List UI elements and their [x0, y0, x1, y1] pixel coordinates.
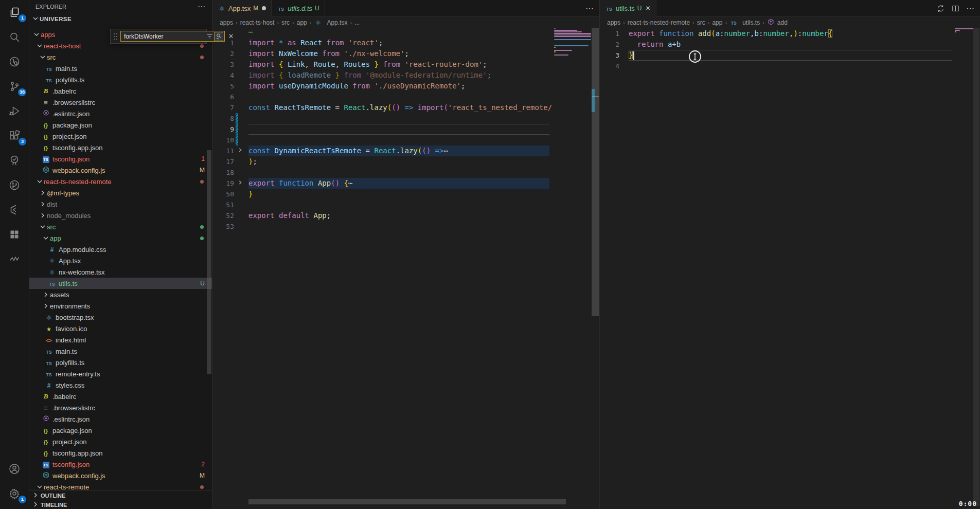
code-line-3[interactable]: 3import { Link, Route, Routes } from 're…: [212, 59, 599, 70]
code-line-17[interactable]: 17);: [212, 156, 599, 167]
tree-item-index-html[interactable]: <>index.html: [29, 334, 212, 346]
nx-console-activity-button[interactable]: [0, 197, 29, 222]
tab-utils-ts[interactable]: TSutils.tsU✕: [600, 0, 656, 17]
sidebar-scrollbar[interactable]: [207, 150, 211, 374]
fold-chevron-icon[interactable]: [234, 178, 246, 189]
code-line-7[interactable]: 7const ReactTsRemote = React.lazy(() => …: [212, 102, 599, 113]
tree-item-app[interactable]: app: [29, 232, 212, 244]
code-line-1[interactable]: 1export function add(a:number,b:number,)…: [600, 28, 980, 39]
vertical-scrollbar[interactable]: [973, 28, 979, 506]
tree-item-package-json[interactable]: {}package.json: [29, 119, 212, 131]
code-line-5[interactable]: 5import useDynamicModule from './useDyna…: [212, 81, 599, 92]
code-line-4[interactable]: 4import { loadRemote } from '@module-fed…: [212, 70, 599, 81]
drag-handle-icon[interactable]: [114, 33, 118, 40]
horizontal-scrollbar[interactable]: [248, 499, 566, 504]
tree-item-app-tsx[interactable]: ⚛App.tsx: [29, 255, 212, 266]
tree-item-polyfills-ts[interactable]: TSpolyfills.ts: [29, 74, 212, 85]
tab-app-tsx[interactable]: ⚛App.tsxM: [212, 0, 272, 17]
breadcrumb-item-src[interactable]: src: [697, 19, 705, 26]
account-activity-button[interactable]: [0, 457, 29, 481]
tree-item-src[interactable]: src: [29, 51, 212, 63]
tree-item-project-json[interactable]: {}project.json: [29, 131, 212, 142]
tree-item-project-json[interactable]: {}project.json: [29, 436, 212, 447]
code-line-19[interactable]: 19export function App() {⋯: [212, 178, 599, 189]
code-editor-utils-ts[interactable]: 1export function add(a:number,b:number,)…: [600, 28, 980, 71]
filter-input[interactable]: [123, 32, 205, 41]
tree-item-polyfills-ts[interactable]: TSpolyfills.ts: [29, 357, 212, 368]
code-editor-app-tsx[interactable]: ⋯1import * as React from 'react';2import…: [212, 27, 599, 232]
code-line-10[interactable]: 10: [212, 135, 599, 146]
extensions-activity-button[interactable]: 3: [0, 123, 29, 148]
tab-utils-d-ts[interactable]: TSutils.d.tsU: [272, 0, 325, 16]
breadcrumb-item-apps[interactable]: apps: [607, 19, 620, 26]
tree-item-node-modules[interactable]: node_modules: [29, 210, 212, 221]
breadcrumb-item-utils-ts[interactable]: TSutils.ts: [729, 19, 760, 26]
source-control-activity-button[interactable]: 38: [0, 74, 29, 99]
code-line-51[interactable]: 51: [212, 199, 599, 210]
tree-item--babelrc[interactable]: B.babelrc: [29, 85, 212, 97]
tree-item-main-ts[interactable]: TSmain.ts: [29, 63, 212, 74]
todo-tree-activity-button[interactable]: [0, 148, 29, 173]
tree-item-bootstrap-tsx[interactable]: ⚛bootstrap.tsx: [29, 312, 212, 323]
tree-item-favicon-ico[interactable]: ★favicon.ico: [29, 323, 212, 334]
fold-chevron-icon[interactable]: [234, 146, 246, 156]
tree-item-environments[interactable]: environments: [29, 300, 212, 312]
tree-item--babelrc[interactable]: B.babelrc: [29, 391, 212, 402]
tree-item-main-ts[interactable]: TSmain.ts: [29, 346, 212, 357]
tree-item-webpack-config-js[interactable]: webpack.config.jsM: [29, 165, 212, 176]
fuzzy-search-toggle[interactable]: [214, 32, 223, 41]
code-line-2[interactable]: 2import NxWelcome from './nx-welcome';: [212, 48, 599, 59]
breadcrumb-item-app[interactable]: app: [712, 19, 722, 26]
graph-search-activity-button[interactable]: [0, 49, 29, 74]
code-line-8[interactable]: 8: [212, 113, 599, 124]
tree-item-src[interactable]: src: [29, 221, 212, 232]
breadcrumb-item-apps[interactable]: apps: [220, 19, 233, 26]
code-line-3[interactable]: 3}: [600, 50, 980, 61]
settings-activity-button[interactable]: 1: [0, 481, 29, 506]
tree-item--browserslistrc[interactable]: ≡.browserslistrc: [29, 97, 212, 108]
tree-item--eslintrc-json[interactable]: .eslintrc.json: [29, 413, 212, 425]
tree-item-tsconfig-json[interactable]: TStsconfig.json1: [29, 153, 212, 165]
code-line-6[interactable]: 6: [212, 92, 599, 102]
code-line-1[interactable]: 1import * as React from 'react';: [212, 38, 599, 48]
explorer-activity-button[interactable]: 1: [0, 0, 29, 25]
breadcrumb-item--[interactable]: ...: [354, 19, 360, 26]
minimap[interactable]: [954, 28, 974, 59]
tree-item-package-json[interactable]: {}package.json: [29, 425, 212, 436]
code-line-52[interactable]: 52export default App;: [212, 210, 599, 221]
tree-item-styles-css[interactable]: #styles.css: [29, 379, 212, 391]
sidebar-more-button[interactable]: ⋯: [198, 2, 206, 11]
code-line-4[interactable]: 4: [600, 61, 980, 71]
breadcrumb-item-react-ts-nested-remote[interactable]: react-ts-nested-remote: [628, 19, 690, 26]
tree-item--mf-types[interactable]: @mf-types: [29, 187, 212, 198]
tree-item-app-module-css[interactable]: #App.module.css: [29, 244, 212, 255]
breadcrumb-item-src[interactable]: src: [281, 19, 290, 26]
run-debug-activity-button[interactable]: [0, 99, 29, 123]
breadcrumb-item-add[interactable]: add: [767, 19, 788, 27]
breadcrumb-item-app[interactable]: app: [297, 19, 307, 26]
workspace-root-row[interactable]: UNIVERSE: [29, 13, 212, 25]
tree-item-webpack-config-js[interactable]: webpack.config.jsM: [29, 470, 212, 481]
timeline-section-header[interactable]: TIMELINE: [29, 500, 212, 509]
tree-item-utils-ts[interactable]: TSutils.tsU: [29, 278, 212, 289]
vertical-scrollbar[interactable]: [592, 28, 599, 316]
tree-item-assets[interactable]: assets: [29, 289, 212, 300]
breadcrumb-item-app-tsx[interactable]: ⚛App.tsx: [314, 19, 347, 27]
tree-item-tsconfig-app-json[interactable]: {}tsconfig.app.json: [29, 447, 212, 459]
code-line-9[interactable]: 9: [212, 124, 599, 135]
sync-icon[interactable]: [936, 4, 945, 13]
code-line-50[interactable]: 50}: [212, 189, 599, 199]
minimap[interactable]: [553, 28, 591, 131]
code-line-2[interactable]: 2 return a+b: [600, 39, 980, 50]
tree-item--eslintrc-json[interactable]: .eslintrc.json: [29, 108, 212, 119]
filter-icon[interactable]: [205, 32, 214, 41]
tree-item-dist[interactable]: dist: [29, 198, 212, 210]
code-line[interactable]: ⋯: [212, 27, 599, 38]
grid-activity-button[interactable]: [0, 222, 29, 247]
git-graph-activity-button[interactable]: [0, 173, 29, 197]
close-icon[interactable]: ✕: [226, 32, 236, 41]
tree-item-nx-welcome-tsx[interactable]: ⚛nx-welcome.tsx: [29, 266, 212, 278]
split-editor-icon[interactable]: [951, 4, 960, 13]
tree-item-tsconfig-app-json[interactable]: {}tsconfig.app.json: [29, 142, 212, 153]
tree-item-remote-entry-ts[interactable]: TSremote-entry.ts: [29, 368, 212, 379]
